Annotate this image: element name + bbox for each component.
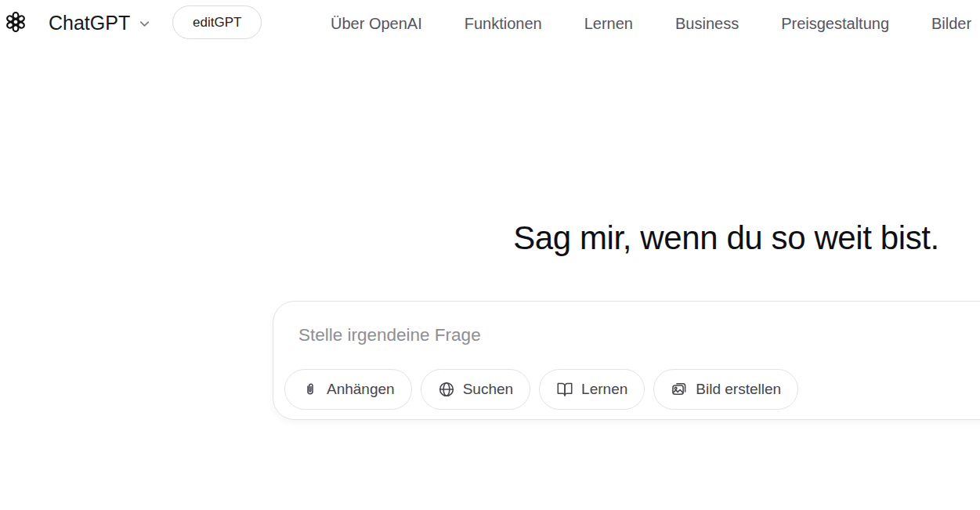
main-nav: Über OpenAI Funktionen Lernen Business P… <box>331 0 971 47</box>
chip-label: Suchen <box>463 381 513 398</box>
chevron-down-icon <box>137 14 152 31</box>
attach-button[interactable]: Anhängen <box>284 369 412 410</box>
book-open-icon <box>556 381 573 398</box>
search-button[interactable]: Suchen <box>421 369 530 410</box>
nav-item-lernen[interactable]: Lernen <box>584 15 633 33</box>
brand-label: ChatGPT <box>49 12 130 34</box>
composer-tool-chips: Anhängen Suchen Lernen <box>284 369 798 410</box>
prompt-input[interactable] <box>297 320 955 351</box>
nav-item-business[interactable]: Business <box>675 15 739 33</box>
create-image-button[interactable]: Bild erstellen <box>653 369 798 410</box>
page-title: Sag mir, wenn du so weit bist. <box>273 219 980 257</box>
chip-label: Lernen <box>581 381 627 398</box>
nav-item-preisgestaltung[interactable]: Preisgestaltung <box>781 15 889 33</box>
nav-item-ueber-openai[interactable]: Über OpenAI <box>331 15 422 33</box>
top-navigation-bar: ChatGPT editGPT Über OpenAI Funktionen L… <box>0 0 980 47</box>
openai-logo-icon[interactable] <box>4 10 27 34</box>
paperclip-icon <box>302 381 319 398</box>
learn-button[interactable]: Lernen <box>539 369 645 410</box>
chip-label: Anhängen <box>327 381 395 398</box>
globe-icon <box>438 381 455 398</box>
image-icon <box>671 381 688 398</box>
chatgpt-brand-menu[interactable]: ChatGPT <box>49 0 152 45</box>
prompt-composer[interactable]: Anhängen Suchen Lernen <box>273 301 980 420</box>
nav-item-funktionen[interactable]: Funktionen <box>465 15 542 33</box>
nav-item-bilder[interactable]: Bilder <box>931 15 971 33</box>
chip-label: Bild erstellen <box>696 381 781 398</box>
editgpt-button[interactable]: editGPT <box>172 5 262 39</box>
